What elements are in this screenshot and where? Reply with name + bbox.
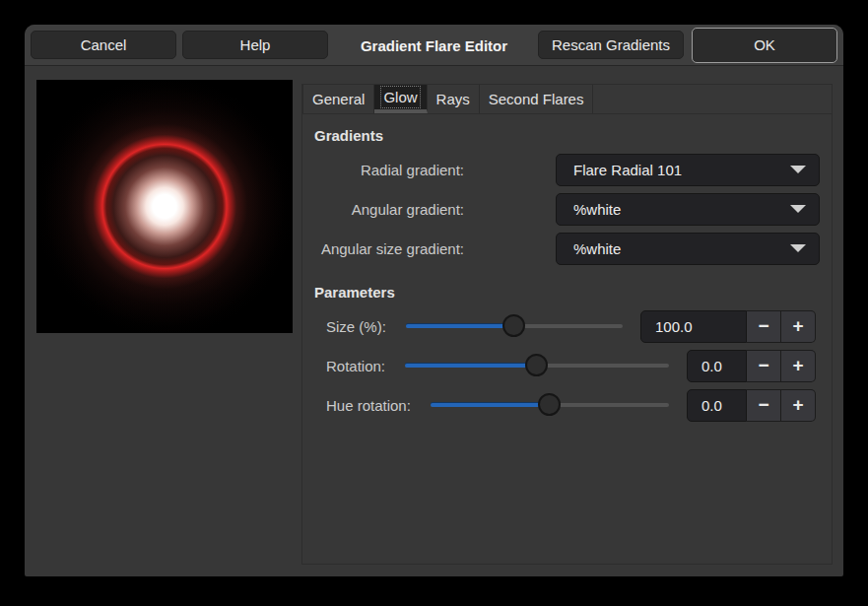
flare-preview[interactable] xyxy=(36,80,293,333)
angular-gradient-value: %white xyxy=(573,201,621,218)
slider-thumb[interactable] xyxy=(538,393,561,416)
chevron-down-icon xyxy=(790,166,806,173)
hue-rotation-slider[interactable] xyxy=(431,393,669,417)
angular-size-gradient-row: Angular size gradient: %white xyxy=(302,229,832,268)
minus-icon[interactable]: − xyxy=(747,350,781,382)
rotation-row: Rotation: 0.0 − + xyxy=(302,346,832,385)
help-button[interactable]: Help xyxy=(182,31,328,59)
size-row: Size (%): 100.0 − + xyxy=(302,306,832,346)
size-slider[interactable] xyxy=(406,314,623,338)
ok-button[interactable]: OK xyxy=(692,28,837,63)
slider-thumb[interactable] xyxy=(525,354,548,376)
size-label: Size (%): xyxy=(326,318,386,335)
angular-gradient-label: Angular gradient: xyxy=(314,201,464,218)
hue-rotation-row: Hue rotation: 0.0 − + xyxy=(302,385,832,425)
cancel-button[interactable]: Cancel xyxy=(31,31,176,59)
tab-glow[interactable]: Glow xyxy=(374,85,427,113)
chevron-down-icon xyxy=(790,205,806,213)
rotation-input[interactable]: 0.0 xyxy=(687,350,747,382)
header-left-buttons: Cancel Help xyxy=(31,31,328,59)
plus-icon[interactable]: + xyxy=(781,310,816,343)
slider-fill xyxy=(405,364,537,368)
tab-rays[interactable]: Rays xyxy=(428,85,480,113)
gradient-flare-editor-dialog: Cancel Help Gradient Flare Editor Rescan… xyxy=(25,25,843,576)
rotation-label: Rotation: xyxy=(326,358,385,374)
minus-icon[interactable]: − xyxy=(747,389,781,422)
tab-general[interactable]: General xyxy=(302,85,374,113)
angular-gradient-row: Angular gradient: %white xyxy=(302,189,832,229)
minus-icon[interactable]: − xyxy=(747,310,781,343)
rescan-gradients-button[interactable]: Rescan Gradients xyxy=(538,31,684,59)
gradients-section-title: Gradients xyxy=(314,127,832,144)
plus-icon[interactable]: + xyxy=(781,350,816,382)
radial-gradient-value: Flare Radial 101 xyxy=(573,162,682,178)
rotation-slider[interactable] xyxy=(405,354,669,377)
hue-rotation-label: Hue rotation: xyxy=(326,397,411,414)
header-bar: Cancel Help Gradient Flare Editor Rescan… xyxy=(25,25,843,66)
hue-rotation-spinbutton: 0.0 − + xyxy=(687,389,816,422)
settings-notebook: General Glow Rays Second Flares Gradient… xyxy=(301,84,833,565)
angular-size-gradient-value: %white xyxy=(573,240,621,257)
angular-size-gradient-dropdown[interactable]: %white xyxy=(556,233,820,265)
parameters-section-title: Parameters xyxy=(314,284,832,301)
slider-fill xyxy=(431,403,550,407)
radial-gradient-dropdown[interactable]: Flare Radial 101 xyxy=(556,154,820,186)
angular-size-gradient-label: Angular size gradient: xyxy=(314,240,464,257)
slider-thumb[interactable] xyxy=(502,314,525,337)
angular-gradient-dropdown[interactable]: %white xyxy=(556,193,820,226)
dialog-body: General Glow Rays Second Flares Gradient… xyxy=(25,66,843,565)
dialog-title: Gradient Flare Editor xyxy=(361,36,507,53)
plus-icon[interactable]: + xyxy=(781,389,816,422)
chevron-down-icon xyxy=(790,244,806,252)
hue-rotation-input[interactable]: 0.0 xyxy=(687,389,747,422)
tab-second-flares[interactable]: Second Flares xyxy=(480,85,594,113)
header-right-buttons: Rescan Gradients OK xyxy=(538,28,837,63)
tab-bar: General Glow Rays Second Flares xyxy=(302,85,832,114)
size-spinbutton: 100.0 − + xyxy=(640,310,816,343)
glow-tab-panel: Gradients Radial gradient: Flare Radial … xyxy=(302,114,832,564)
rotation-spinbutton: 0.0 − + xyxy=(687,350,816,382)
radial-gradient-label: Radial gradient: xyxy=(314,162,464,178)
slider-fill xyxy=(406,324,514,328)
size-input[interactable]: 100.0 xyxy=(640,310,747,343)
radial-gradient-row: Radial gradient: Flare Radial 101 xyxy=(302,150,832,189)
